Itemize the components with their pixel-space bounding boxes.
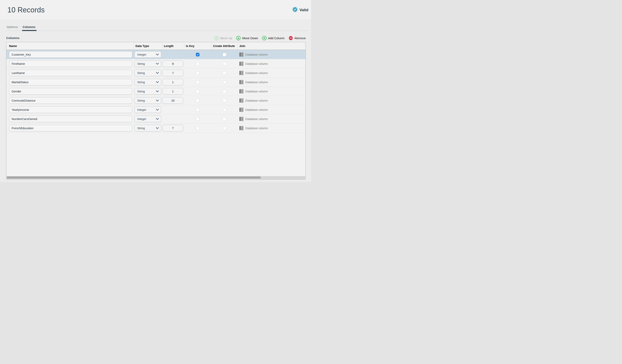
move-down-button[interactable]: Move Down	[236, 36, 258, 40]
remove-button[interactable]: Remove	[289, 36, 306, 40]
create-attribute-checkbox[interactable]	[223, 108, 226, 112]
length-input[interactable]	[162, 79, 183, 85]
is-key-cell	[184, 96, 211, 105]
length-input[interactable]	[162, 60, 183, 67]
column-name-input[interactable]	[9, 106, 132, 113]
name-cell	[6, 50, 134, 59]
column-header-data-type: Data Type	[134, 42, 162, 50]
length-cell	[162, 124, 184, 133]
data-type-value: Integer	[137, 117, 146, 121]
length-input[interactable]	[162, 125, 183, 131]
table-body: IntegerDatabase columnStringDatabase col…	[6, 50, 306, 133]
create-attribute-cell	[211, 50, 237, 59]
create-attribute-checkbox[interactable]	[223, 80, 226, 84]
data-type-cell: Integer	[134, 105, 162, 114]
is-key-checkbox[interactable]	[196, 126, 199, 130]
scrollbar-thumb[interactable]	[7, 176, 261, 179]
data-type-value: String	[137, 127, 145, 130]
is-key-checkbox[interactable]	[196, 71, 199, 75]
section-title: Columns	[6, 36, 19, 40]
is-key-cell	[184, 50, 211, 59]
create-attribute-checkbox[interactable]	[223, 71, 226, 75]
join-cell[interactable]: Database column	[237, 68, 306, 77]
create-attribute-cell	[211, 87, 237, 96]
column-name-input[interactable]	[9, 88, 132, 95]
is-key-checkbox[interactable]	[196, 99, 199, 102]
is-key-checkbox[interactable]	[196, 53, 199, 57]
create-attribute-checkbox[interactable]	[223, 99, 226, 102]
join-type-label: Database column	[245, 71, 268, 75]
data-type-select[interactable]: Integer	[135, 115, 161, 122]
horizontal-scrollbar[interactable]	[7, 176, 305, 179]
data-type-cell: String	[134, 77, 162, 87]
is-key-cell	[184, 59, 211, 68]
data-type-cell: String	[134, 87, 162, 96]
column-name-input[interactable]	[9, 79, 132, 85]
create-attribute-checkbox[interactable]	[223, 62, 226, 66]
checkmark-icon	[196, 53, 199, 57]
columns-table: NameData TypeLengthIs KeyCreate Attribut…	[6, 42, 306, 179]
data-type-select[interactable]: String	[135, 125, 161, 131]
table-row[interactable]: StringDatabase column	[6, 87, 306, 96]
join-cell[interactable]: Database column	[237, 77, 306, 87]
is-key-checkbox[interactable]	[196, 62, 199, 66]
length-input[interactable]	[162, 88, 183, 95]
column-name-input[interactable]	[9, 60, 132, 67]
table-row[interactable]: StringDatabase column	[6, 59, 306, 68]
data-type-select[interactable]: String	[135, 97, 161, 104]
remove-label: Remove	[294, 37, 306, 40]
join-cell[interactable]: Database column	[237, 105, 306, 114]
column-name-input[interactable]	[9, 51, 132, 58]
create-attribute-checkbox[interactable]	[223, 117, 226, 121]
plus-circle-icon	[262, 36, 267, 40]
create-attribute-cell	[211, 124, 237, 133]
create-attribute-checkbox[interactable]	[223, 53, 226, 57]
tab-options[interactable]: Options	[7, 25, 18, 29]
table-row[interactable]: StringDatabase column	[6, 124, 306, 133]
table-row[interactable]: StringDatabase column	[6, 77, 306, 87]
join-cell[interactable]: Database column	[237, 87, 306, 96]
length-cell	[162, 87, 184, 96]
table-row[interactable]: IntegerDatabase column	[6, 105, 306, 115]
column-name-input[interactable]	[9, 115, 132, 122]
is-key-checkbox[interactable]	[196, 80, 199, 84]
is-key-checkbox[interactable]	[196, 108, 199, 112]
create-attribute-checkbox[interactable]	[223, 126, 226, 130]
create-attribute-cell	[211, 115, 237, 123]
join-cell[interactable]: Database column	[237, 96, 306, 105]
database-column-icon	[239, 89, 243, 94]
length-input[interactable]	[162, 70, 183, 76]
add-column-button[interactable]: Add Column	[262, 36, 285, 40]
move-up-button[interactable]: Move Up	[214, 36, 232, 40]
data-type-select[interactable]: String	[135, 79, 161, 85]
name-cell	[6, 105, 134, 114]
database-column-icon	[239, 98, 243, 103]
join-cell[interactable]: Database column	[237, 59, 306, 68]
chevron-down-icon	[156, 99, 159, 102]
chevron-down-icon	[156, 127, 159, 130]
tab-columns[interactable]: Columns	[23, 25, 35, 29]
length-input[interactable]	[162, 97, 183, 104]
data-type-select[interactable]: Integer	[135, 106, 161, 113]
chevron-down-icon	[156, 81, 159, 84]
is-key-checkbox[interactable]	[196, 117, 199, 121]
table-row[interactable]: IntegerDatabase column	[6, 50, 306, 59]
data-type-value: String	[137, 62, 145, 65]
data-type-select[interactable]: Integer	[135, 51, 161, 58]
table-row[interactable]: IntegerDatabase column	[6, 115, 306, 124]
is-key-checkbox[interactable]	[196, 90, 199, 93]
data-type-select[interactable]: String	[135, 60, 161, 67]
join-cell[interactable]: Database column	[237, 124, 306, 133]
join-cell[interactable]: Database column	[237, 50, 306, 59]
data-type-select[interactable]: String	[135, 70, 161, 76]
column-name-input[interactable]	[9, 70, 132, 76]
table-row[interactable]: StringDatabase column	[6, 68, 306, 77]
column-name-input[interactable]	[9, 97, 132, 104]
table-row[interactable]: StringDatabase column	[6, 96, 306, 105]
join-cell[interactable]: Database column	[237, 115, 306, 123]
data-type-select[interactable]: String	[135, 88, 161, 95]
join-type-label: Database column	[245, 90, 268, 93]
column-name-input[interactable]	[9, 125, 132, 131]
create-attribute-checkbox[interactable]	[223, 90, 226, 93]
database-column-icon	[239, 116, 243, 121]
